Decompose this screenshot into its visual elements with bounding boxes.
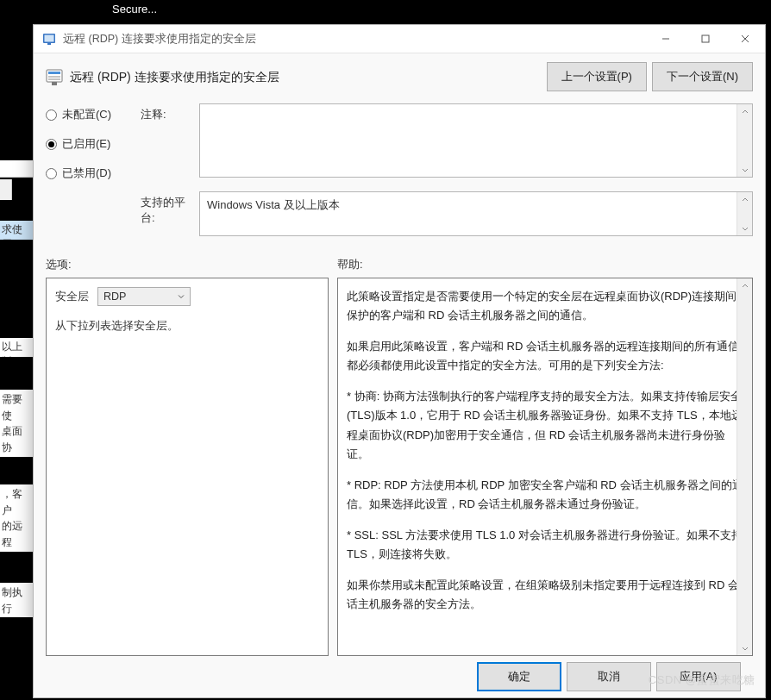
scrollbar[interactable] bbox=[737, 278, 752, 655]
scrollbar[interactable] bbox=[737, 104, 752, 177]
select-value: RDP bbox=[103, 291, 126, 303]
ok-button[interactable]: 确定 bbox=[477, 662, 561, 691]
apply-button[interactable]: 应用(A) bbox=[656, 662, 741, 691]
bg-para2: ，客户 的远程 都使用 可用的 bbox=[0, 484, 34, 552]
radio-disabled[interactable]: 已禁用(D) bbox=[46, 166, 141, 181]
bg-selected-row: 求使用 bbox=[0, 221, 34, 240]
help-paragraph: * 协商: 协商方法强制执行的客户端程序支持的最安全方法。如果支持传输层安全(T… bbox=[347, 387, 743, 463]
help-paragraph: 如果启用此策略设置，客户端和 RD 会话主机服务器的远程连接期间的所有通信都必须… bbox=[347, 337, 743, 375]
svg-rect-1 bbox=[45, 35, 54, 42]
help-paragraph: * RDP: RDP 方法使用本机 RDP 加密安全客户端和 RD 会话主机服务… bbox=[347, 476, 743, 514]
scroll-up-icon[interactable] bbox=[742, 192, 749, 207]
bg-toolbar-strip bbox=[0, 160, 34, 178]
supported-label: 支持的平台: bbox=[141, 196, 185, 224]
scroll-down-icon[interactable] bbox=[742, 162, 749, 177]
help-pane: 此策略设置指定是否需要使用一个特定的安全层在远程桌面协议(RDP)连接期间保护的… bbox=[337, 278, 753, 656]
scroll-down-icon[interactable] bbox=[742, 641, 749, 655]
supported-value: Windows Vista 及以上版本 bbox=[200, 192, 347, 218]
bg-row: 以上版 bbox=[0, 338, 34, 357]
options-pane: 安全层 RDP 从下拉列表选择安全层。 bbox=[46, 278, 329, 656]
svg-rect-8 bbox=[48, 72, 60, 74]
radio-label: 未配置(C) bbox=[62, 107, 111, 122]
help-paragraph: * SSL: SSL 方法要求使用 TLS 1.0 对会话主机服务器进行身份验证… bbox=[347, 526, 743, 564]
policy-icon bbox=[42, 32, 56, 46]
next-setting-button[interactable]: 下一个设置(N) bbox=[652, 62, 753, 91]
taskbar-app-label: Secure... bbox=[112, 3, 157, 16]
radio-icon bbox=[46, 168, 57, 179]
titlebar[interactable]: 远程 (RDP) 连接要求使用指定的安全层 bbox=[34, 25, 765, 53]
radio-icon bbox=[46, 139, 57, 150]
radio-not-configured[interactable]: 未配置(C) bbox=[46, 107, 141, 122]
radio-icon bbox=[46, 109, 57, 121]
svg-rect-4 bbox=[702, 35, 709, 42]
comment-label: 注释: bbox=[141, 108, 166, 121]
cancel-button[interactable]: 取消 bbox=[567, 662, 651, 691]
scroll-down-icon[interactable] bbox=[742, 221, 749, 235]
radio-enabled[interactable]: 已启用(E) bbox=[46, 136, 141, 152]
scrollbar[interactable] bbox=[737, 192, 752, 235]
policy-name-label: 远程 (RDP) 连接要求使用指定的安全层 bbox=[70, 70, 279, 85]
supported-platforms-box: Windows Vista 及以上版本 bbox=[199, 191, 753, 236]
options-label: 选项: bbox=[46, 258, 72, 271]
prev-setting-button[interactable]: 上一个设置(P) bbox=[547, 62, 647, 91]
scroll-up-icon[interactable] bbox=[742, 104, 749, 119]
maximize-button[interactable] bbox=[686, 25, 725, 53]
help-paragraph: 此策略设置指定是否需要使用一个特定的安全层在远程桌面协议(RDP)连接期间保护的… bbox=[347, 287, 743, 325]
bg-scrollbar-strip bbox=[0, 179, 12, 200]
help-label: 帮助: bbox=[337, 258, 363, 271]
bg-para3: 制执行 方法。 bbox=[0, 583, 34, 617]
policy-header-icon bbox=[46, 69, 63, 86]
security-layer-select[interactable]: RDP bbox=[97, 287, 191, 306]
security-layer-label: 安全层 bbox=[55, 289, 89, 304]
minimize-button[interactable] bbox=[646, 25, 686, 53]
scroll-up-icon[interactable] bbox=[742, 278, 749, 293]
svg-rect-11 bbox=[52, 82, 57, 85]
radio-label: 已启用(E) bbox=[62, 136, 110, 152]
window-title: 远程 (RDP) 连接要求使用指定的安全层 bbox=[63, 32, 646, 47]
chevron-down-icon bbox=[178, 293, 185, 300]
close-button[interactable] bbox=[725, 25, 765, 53]
comment-textarea[interactable] bbox=[199, 103, 753, 178]
bg-para1: 需要使 桌面协 的客户 之间的 bbox=[0, 390, 34, 457]
help-paragraph: 如果你禁用或未配置此策略设置，在组策略级别未指定要用于远程连接到 RD 会话主机… bbox=[347, 576, 743, 614]
radio-label: 已禁用(D) bbox=[62, 166, 111, 181]
policy-dialog-window: 远程 (RDP) 连接要求使用指定的安全层 bbox=[33, 24, 766, 698]
options-instruction: 从下拉列表选择安全层。 bbox=[55, 318, 319, 334]
svg-rect-2 bbox=[47, 43, 51, 45]
